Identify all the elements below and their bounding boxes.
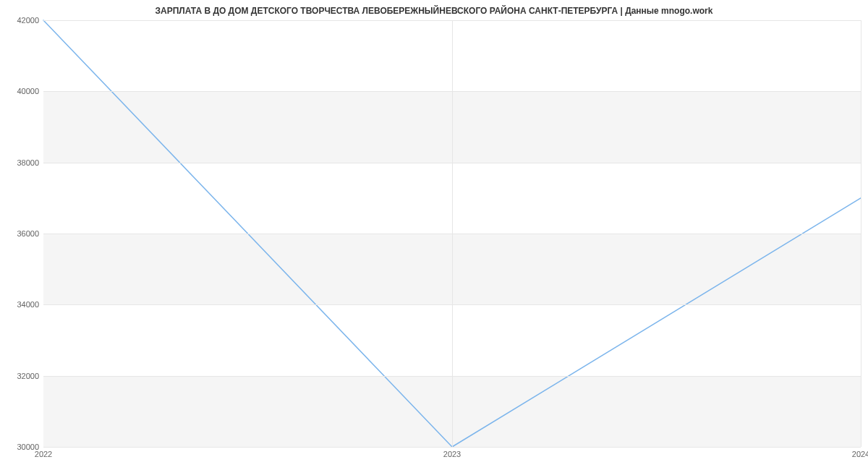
x-axis-tick-label: 2023 bbox=[443, 450, 461, 458]
y-axis-tick-label: 30000 bbox=[3, 443, 39, 451]
gridline-vertical bbox=[861, 20, 861, 447]
chart-title: ЗАРПЛАТА В ДО ДОМ ДЕТСКОГО ТВОРЧЕСТВА ЛЕ… bbox=[0, 6, 868, 16]
y-axis-tick-label: 32000 bbox=[3, 372, 39, 380]
x-axis-tick-label: 2024 bbox=[852, 450, 868, 458]
y-axis-tick-label: 34000 bbox=[3, 300, 39, 309]
y-axis-tick-label: 36000 bbox=[3, 229, 39, 238]
plot-area bbox=[43, 20, 861, 447]
chart-container: ЗАРПЛАТА В ДО ДОМ ДЕТСКОГО ТВОРЧЕСТВА ЛЕ… bbox=[0, 0, 868, 470]
y-axis-tick-label: 42000 bbox=[3, 16, 39, 25]
y-axis-tick-label: 40000 bbox=[3, 87, 39, 95]
x-axis-tick-label: 2022 bbox=[35, 450, 52, 458]
gridline-vertical bbox=[452, 20, 453, 447]
gridline-horizontal bbox=[43, 447, 861, 448]
y-axis-tick-label: 38000 bbox=[3, 158, 39, 167]
